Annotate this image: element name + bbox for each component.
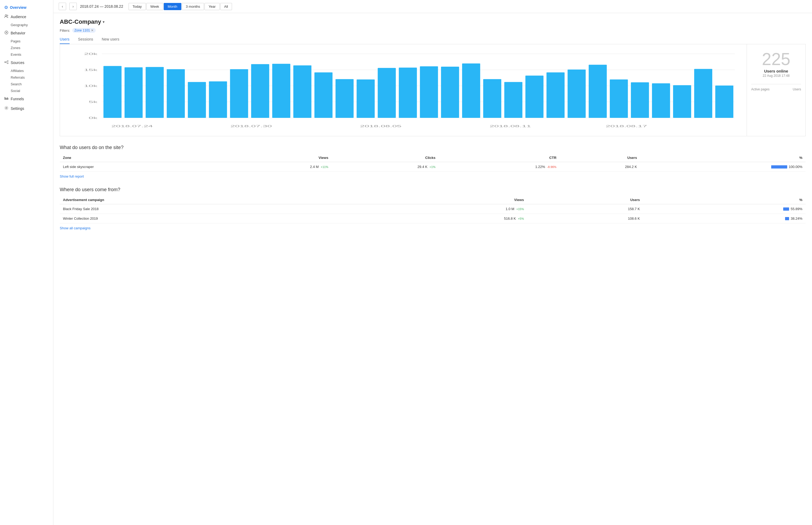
period-all[interactable]: All <box>220 3 232 10</box>
sidebar-item-geography[interactable]: Geography <box>0 21 53 28</box>
svg-rect-32 <box>146 67 164 118</box>
svg-rect-37 <box>251 64 269 118</box>
chart-svg: 20k 15k 10k 5k 0k 2018.07.24 2018.07.30 … <box>64 48 742 134</box>
online-count: 225 <box>762 51 791 68</box>
period-3months[interactable]: 3 months <box>182 3 204 10</box>
zone-clicks: 29.4 K +1% <box>331 162 439 172</box>
period-year[interactable]: Year <box>205 3 220 10</box>
sidebar-item-zones[interactable]: Zones <box>0 45 53 51</box>
svg-rect-30 <box>104 66 122 118</box>
zone-name: Left side skyscraper <box>60 162 223 172</box>
svg-rect-13 <box>8 98 8 100</box>
sidebar-item-search[interactable]: Search <box>0 81 53 88</box>
period-week[interactable]: Week <box>146 3 163 10</box>
svg-rect-34 <box>188 82 206 118</box>
svg-text:2018.08.17: 2018.08.17 <box>606 124 647 128</box>
funnels-icon <box>4 96 9 102</box>
zone-users: 284.2 K <box>560 162 640 172</box>
chart-area: 20k 15k 10k 5k 0k 2018.07.24 2018.07.30 … <box>60 44 747 136</box>
zone-col-users: Users <box>560 154 640 162</box>
sidebar-item-funnels[interactable]: Funnels <box>0 94 53 104</box>
campaign-col-views: Views <box>361 196 527 204</box>
sidebar-item-sources[interactable]: Sources <box>0 58 53 68</box>
period-month[interactable]: Month <box>164 3 181 10</box>
sidebar-item-audience[interactable]: Audience <box>0 12 53 21</box>
company-header: ABC-Company ▾ <box>60 18 806 25</box>
sidebar-item-settings[interactable]: Settings <box>0 104 53 113</box>
table-row: Black Friday Sale 2018 1.0 M +15% 158.7 … <box>60 204 806 214</box>
svg-rect-49 <box>504 82 522 118</box>
campaign-table: Advertisement campaign Views Users % Bla… <box>60 196 806 223</box>
prev-button[interactable]: ‹ <box>59 3 66 10</box>
svg-rect-58 <box>694 69 712 118</box>
zone-section-heading: What do users do on the site? <box>60 145 806 150</box>
svg-rect-46 <box>441 67 459 118</box>
svg-rect-36 <box>230 69 248 118</box>
tab-new-users[interactable]: New users <box>102 37 119 44</box>
sidebar-item-affiliates[interactable]: Affiliates <box>0 68 53 74</box>
campaign-section: Where do users come from? Advertisement … <box>60 187 806 232</box>
behavior-icon <box>4 30 9 36</box>
filters-label: Filters: <box>60 29 70 32</box>
show-full-report-link[interactable]: Show full report <box>60 175 84 178</box>
filter-tag-zone-name: Zone <box>74 29 81 32</box>
show-all-campaigns-link[interactable]: Show all campaigns <box>60 226 91 230</box>
svg-rect-47 <box>462 63 480 118</box>
zone-col-views: Views <box>223 154 331 162</box>
svg-rect-57 <box>673 85 691 118</box>
metric-tabs: Users Sessions New users <box>60 37 806 44</box>
campaign-pct: 38.24% <box>643 214 806 223</box>
campaign-col-pct: % <box>643 196 806 204</box>
zone-views: 2.4 M +11% <box>223 162 331 172</box>
filter-tag-zone: Zone 1101 ✕ <box>72 28 96 33</box>
svg-rect-40 <box>314 73 332 118</box>
campaign-pct: 55.89% <box>643 204 806 214</box>
topbar: ‹ › 2018.07.24 — 2018.08.22 Today Week M… <box>53 0 812 13</box>
svg-rect-9 <box>4 97 5 100</box>
svg-text:5k: 5k <box>89 100 97 103</box>
sidebar-item-events[interactable]: Events <box>0 51 53 58</box>
svg-rect-56 <box>652 83 670 118</box>
campaign-name: Black Friday Sale 2018 <box>60 204 361 214</box>
svg-rect-39 <box>293 65 312 118</box>
chart-section: 20k 15k 10k 5k 0k 2018.07.24 2018.07.30 … <box>60 44 806 136</box>
active-pages-col: Active pages <box>751 88 770 91</box>
svg-point-5 <box>7 61 8 62</box>
svg-rect-33 <box>167 69 185 118</box>
sidebar-item-referrals[interactable]: Referrals <box>0 74 53 81</box>
sidebar-item-social[interactable]: Social <box>0 88 53 94</box>
date-range: 2018.07.24 — 2018.08.22 <box>80 4 123 9</box>
svg-rect-10 <box>5 97 6 100</box>
zone-col-zone: Zone <box>60 154 223 162</box>
audience-icon <box>4 14 9 19</box>
tab-sessions[interactable]: Sessions <box>78 37 93 44</box>
zone-col-clicks: Clicks <box>331 154 439 162</box>
period-today[interactable]: Today <box>129 3 146 10</box>
main-content: ‹ › 2018.07.24 — 2018.08.22 Today Week M… <box>53 0 812 525</box>
tab-users[interactable]: Users <box>60 37 70 44</box>
filter-close-icon[interactable]: ✕ <box>91 29 94 32</box>
svg-rect-31 <box>124 67 143 118</box>
svg-text:15k: 15k <box>84 68 97 72</box>
table-row: Winter Collection 2019 516.8 K +5% 108.6… <box>60 214 806 223</box>
svg-rect-48 <box>483 79 501 118</box>
sidebar-item-overview[interactable]: ⊙ Overview <box>0 3 53 12</box>
svg-text:2018.07.24: 2018.07.24 <box>111 124 153 128</box>
zone-pct: 100.00% <box>640 162 806 172</box>
next-button[interactable]: › <box>69 3 77 10</box>
svg-text:2018.08.05: 2018.08.05 <box>360 124 401 128</box>
users-col: Users <box>793 88 801 91</box>
company-dropdown-icon[interactable]: ▾ <box>103 20 105 24</box>
table-row: Left side skyscraper 2.4 M +11% 29.4 K +… <box>60 162 806 172</box>
campaign-col-name: Advertisement campaign <box>60 196 361 204</box>
svg-rect-11 <box>6 98 7 100</box>
sidebar-item-behavior[interactable]: Behavior <box>0 28 53 38</box>
sidebar-item-pages[interactable]: Pages <box>0 38 53 45</box>
svg-text:0k: 0k <box>89 116 97 119</box>
svg-rect-52 <box>568 70 586 118</box>
svg-rect-44 <box>399 68 417 118</box>
svg-rect-43 <box>378 68 396 118</box>
svg-rect-51 <box>546 73 565 118</box>
svg-line-8 <box>5 62 7 63</box>
svg-rect-35 <box>209 81 227 118</box>
